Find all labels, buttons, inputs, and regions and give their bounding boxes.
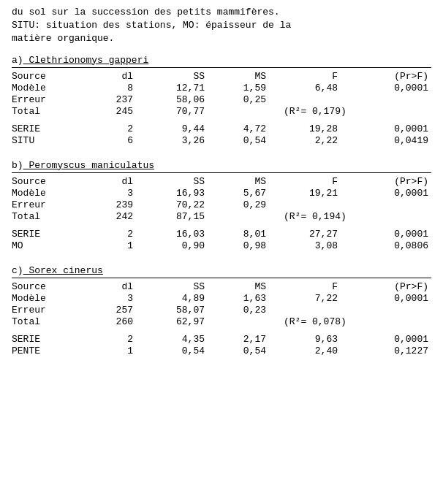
table-row: SERIE216,038,0127,270,0001 (12, 229, 431, 240)
extra-cell-1-2: 3,26 (145, 135, 216, 147)
table-row: SITU63,260,542,220,0419 (12, 135, 431, 147)
cell-1-3: 0,23 (216, 305, 278, 316)
extra-cell-1-2: 0,54 (145, 345, 216, 357)
extra-cell-0-2: 9,44 (145, 123, 216, 135)
cell-2-4: (R²= 0,179) (278, 106, 431, 118)
extra-cell-1-0: MO (12, 240, 94, 252)
table-row: SERIE29,444,7219,280,0001 (12, 123, 431, 135)
col-header-4: F (278, 71, 349, 83)
section-title-c: c) Sorex cinerus (12, 265, 431, 276)
col-header-5: (Pr>F) (349, 71, 431, 83)
col-header-3: MS (216, 71, 278, 83)
col-header-5: (Pr>F) (349, 281, 431, 293)
extra-cell-0-3: 8,01 (216, 229, 278, 240)
cell-1-5 (349, 305, 431, 316)
table-b: SourcedlSSMSF(Pr>F)Modèle316,935,6719,21… (12, 176, 431, 252)
spacer-row (12, 118, 431, 123)
section-b: b) Peromyscus maniculatusSourcedlSSMSF(P… (12, 160, 431, 252)
table-header-c: SourcedlSSMSF(Pr>F) (12, 281, 431, 293)
extra-cell-1-1: 1 (94, 240, 145, 252)
section-species-c: Sorex cinerus (23, 265, 103, 276)
table-row: Total24570,77(R²= 0,179) (12, 106, 431, 118)
extra-cell-0-1: 2 (94, 229, 145, 240)
col-header-5: (Pr>F) (349, 176, 431, 188)
cell-1-0: Erreur (12, 94, 94, 106)
intro-line-1: du sol sur la succession des petits mamm… (12, 6, 431, 19)
cell-0-0: Modèle (12, 293, 94, 305)
col-header-3: MS (216, 176, 278, 188)
cell-2-1: 242 (94, 211, 145, 223)
cell-1-2: 58,06 (145, 94, 216, 106)
divider-b (12, 172, 431, 173)
col-header-4: F (278, 176, 349, 188)
col-header-1: dl (94, 176, 145, 188)
extra-cell-1-5: 0,1227 (349, 345, 431, 357)
cell-1-4 (278, 199, 349, 211)
cell-0-0: Modèle (12, 83, 94, 94)
cell-0-3: 1,59 (216, 83, 278, 94)
cell-2-1: 245 (94, 106, 145, 118)
col-header-3: MS (216, 281, 278, 293)
extra-cell-0-2: 4,35 (145, 334, 216, 345)
table-row: Modèle316,935,6719,210,0001 (12, 188, 431, 199)
cell-0-2: 4,89 (145, 293, 216, 305)
cell-2-2: 62,97 (145, 316, 216, 328)
cell-2-3 (216, 211, 278, 223)
table-row: PENTE10,540,542,400,1227 (12, 345, 431, 357)
spacer-row (12, 328, 431, 334)
cell-1-4 (278, 305, 349, 316)
intro-line-2: SITU: situation des stations, MO: épaiss… (12, 19, 431, 32)
table-row: Erreur25758,070,23 (12, 305, 431, 316)
extra-cell-0-1: 2 (94, 123, 145, 135)
section-title-a: a) Clethrionomys gapperi (12, 55, 431, 66)
table-row: Total26062,97(R²= 0,078) (12, 316, 431, 328)
extra-cell-0-1: 2 (94, 334, 145, 345)
extra-cell-0-3: 4,72 (216, 123, 278, 135)
section-a: a) Clethrionomys gapperiSourcedlSSMSF(Pr… (12, 55, 431, 147)
col-header-2: SS (145, 281, 216, 293)
cell-2-1: 260 (94, 316, 145, 328)
cell-0-5: 0,0001 (349, 188, 431, 199)
extra-cell-1-4: 2,40 (278, 345, 349, 357)
extra-cell-0-5: 0,0001 (349, 334, 431, 345)
cell-1-1: 237 (94, 94, 145, 106)
cell-2-3 (216, 316, 278, 328)
table-row: Modèle34,891,637,220,0001 (12, 293, 431, 305)
extra-cell-0-0: SERIE (12, 229, 94, 240)
table-row: Erreur23970,220,29 (12, 199, 431, 211)
col-header-1: dl (94, 281, 145, 293)
cell-0-0: Modèle (12, 188, 94, 199)
cell-2-0: Total (12, 316, 94, 328)
cell-1-2: 58,07 (145, 305, 216, 316)
cell-0-3: 5,67 (216, 188, 278, 199)
extra-cell-0-3: 2,17 (216, 334, 278, 345)
cell-0-1: 3 (94, 188, 145, 199)
cell-0-1: 3 (94, 293, 145, 305)
section-species-a: Clethrionomys gapperi (23, 55, 149, 66)
table-row: Erreur23758,060,25 (12, 94, 431, 106)
cell-2-3 (216, 106, 278, 118)
cell-1-1: 239 (94, 199, 145, 211)
section-c: c) Sorex cinerusSourcedlSSMSF(Pr>F)Modèl… (12, 265, 431, 357)
col-header-0: Source (12, 281, 94, 293)
extra-cell-0-5: 0,0001 (349, 229, 431, 240)
extra-cell-1-3: 0,54 (216, 345, 278, 357)
col-header-0: Source (12, 71, 94, 83)
table-row: Modèle812,711,596,480,0001 (12, 83, 431, 94)
cell-0-3: 1,63 (216, 293, 278, 305)
table-header-b: SourcedlSSMSF(Pr>F) (12, 176, 431, 188)
cell-2-0: Total (12, 106, 94, 118)
cell-2-4: (R²= 0,078) (278, 316, 431, 328)
col-header-2: SS (145, 176, 216, 188)
cell-0-5: 0,0001 (349, 293, 431, 305)
cell-0-2: 12,71 (145, 83, 216, 94)
cell-1-2: 70,22 (145, 199, 216, 211)
section-letter-a: a) (12, 55, 23, 66)
cell-0-4: 6,48 (278, 83, 349, 94)
extra-cell-1-4: 2,22 (278, 135, 349, 147)
extra-cell-1-1: 6 (94, 135, 145, 147)
extra-cell-0-4: 9,63 (278, 334, 349, 345)
section-letter-c: c) (12, 265, 23, 276)
cell-1-5 (349, 199, 431, 211)
cell-0-2: 16,93 (145, 188, 216, 199)
